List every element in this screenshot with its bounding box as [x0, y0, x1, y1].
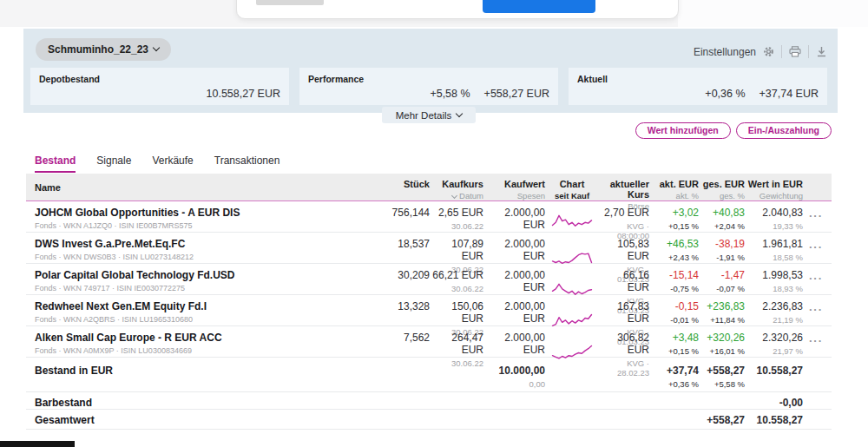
depot-header: Schmuminho_22_23 Einstellungen Depotbest…: [23, 29, 838, 113]
aktuell-values: +0,36 %+37,74 EUR: [705, 88, 819, 100]
tab-signale[interactable]: Signale: [96, 154, 131, 173]
fund-meta: Fonds · WKN A1JZQ0 · ISIN IE00B7MRS575: [35, 221, 330, 230]
barbestand-label: Barbestand: [35, 392, 330, 409]
depotbestand-value: 10.558,27 EUR: [207, 88, 280, 100]
current-price-cell: 306,82 EURKVG · 28.02.23: [599, 326, 649, 378]
table-body: JOHCM Global Opportunities - A EUR DIS F…: [26, 201, 832, 358]
fund-name-link[interactable]: DWS Invest G.a.Pre.Met.Eq.FC: [35, 238, 330, 250]
chevron-down-icon: [456, 109, 463, 116]
gesamtwert-ges-eur: +558,27: [699, 410, 745, 429]
gear-icon[interactable]: [763, 46, 774, 57]
fund-name-link[interactable]: Polar Capital Global Technology Fd.USD: [35, 269, 330, 281]
tab-bestand[interactable]: Bestand: [35, 154, 76, 173]
deposit-withdraw-button[interactable]: Ein-/Auszahlung: [736, 122, 832, 139]
holdings-table: Name Stück Kaufkurs Datum Kaufwert Spese…: [26, 174, 832, 430]
fund-name-link[interactable]: Redwheel Next Gen.EM Equity Fd.I: [35, 300, 330, 312]
more-details-button[interactable]: Mehr Details: [382, 107, 476, 123]
sort-chevron-icon: [451, 193, 457, 199]
qty-cell: 7,562: [330, 326, 430, 378]
header-toolbar: Einstellungen: [694, 45, 827, 58]
card-label: Performance: [308, 74, 364, 84]
dialog-text-cutoff: [256, 0, 324, 5]
aktuell-percent: +0,36 %: [705, 88, 745, 100]
row-menu-icon[interactable]: ···: [803, 326, 823, 378]
bestand-kaufwert: 10.000,00 0,00: [483, 358, 545, 391]
aktuell-value: +37,74 EUR: [760, 88, 819, 100]
depot-page: Schmuminho_22_23 Einstellungen Depotbest…: [0, 0, 868, 447]
table-row: Alken Small Cap Europe - R EUR ACC Fonds…: [26, 326, 832, 358]
fund-meta: Fonds · WKN DWS0B3 · ISIN LU0273148212: [35, 253, 330, 261]
portfolio-name: Schmuminho_22_23: [48, 43, 148, 56]
performance-value: +558,27 EUR: [484, 88, 549, 100]
fund-name-link[interactable]: Alken Small Cap Europe - R EUR ACC: [35, 332, 330, 344]
sparkline-chart[interactable]: [545, 326, 599, 378]
performance-values: +5,58 %+558,27 EUR: [430, 88, 549, 100]
barbestand-row: Barbestand -0,00: [26, 392, 832, 410]
card-label: Aktuell: [577, 74, 608, 84]
table-header-row: Name Stück Kaufkurs Datum Kaufwert Spese…: [26, 174, 832, 201]
dialog-confirm-button[interactable]: [483, 0, 595, 13]
bestand-ges-eur: +558,27 +5,58 %: [699, 358, 745, 391]
bestand-akt-eur: +37,74 +0,36 %: [649, 358, 699, 391]
table-row: Polar Capital Global Technology Fd.USD F…: [26, 264, 832, 295]
divider: [808, 45, 809, 58]
tab-transaktionen[interactable]: Transaktionen: [214, 154, 280, 173]
card-aktuell: Aktuell +0,36 %+37,74 EUR: [569, 68, 827, 105]
top-strip: [0, 0, 868, 27]
tab-verkaeufe[interactable]: Verkäufe: [152, 154, 193, 173]
add-value-button[interactable]: Wert hinzufügen: [635, 122, 731, 139]
table-row: Redwheel Next Gen.EM Equity Fd.I Fonds ·…: [26, 295, 832, 326]
strip-right-area: [678, 0, 868, 27]
more-details-label: Mehr Details: [396, 110, 452, 121]
chevron-down-icon: [153, 44, 160, 51]
bestand-wert: 10.558,27: [745, 358, 803, 391]
barbestand-value: -0,00: [745, 392, 803, 409]
gesamtwert-label: Gesamtwert: [35, 410, 330, 429]
fund-meta: Fonds · WKN A0MX9P · ISIN LU0300834669: [35, 346, 330, 355]
card-performance: Performance +5,58 %+558,27 EUR: [299, 68, 558, 105]
settings-label: Einstellungen: [694, 46, 756, 58]
download-icon[interactable]: [816, 46, 827, 57]
action-buttons: Wert hinzufügen Ein-/Auszahlung: [635, 122, 832, 139]
performance-percent: +5,58 %: [430, 88, 470, 100]
gesamtwert-row: Gesamtwert +558,27 10.558,27: [26, 410, 832, 430]
table-row: DWS Invest G.a.Pre.Met.Eq.FC Fonds · WKN…: [26, 233, 832, 264]
card-label: Depotbestand: [39, 74, 100, 84]
tab-bar: Bestand Signale Verkäufe Transaktionen: [35, 154, 279, 173]
card-depotbestand: Depotbestand 10.558,27 EUR: [30, 68, 289, 105]
fund-meta: Fonds · WKN A2QBRS · ISIN LU1965310680: [35, 315, 330, 324]
bestand-total-label: Bestand in EUR: [35, 358, 330, 391]
table-row: JOHCM Global Opportunities - A EUR DIS F…: [26, 201, 832, 233]
cutoff-dialog: [236, 0, 679, 19]
print-icon[interactable]: [789, 46, 801, 57]
fund-meta: Fonds · WKN 749717 · ISIN IE0030772275: [35, 284, 330, 293]
divider: [781, 45, 782, 58]
fund-name-link[interactable]: JOHCM Global Opportunities - A EUR DIS: [35, 207, 330, 219]
buy-price-cell: 264,47 EUR30.06.22: [430, 326, 483, 378]
footer-bar: [0, 441, 75, 447]
portfolio-selector[interactable]: Schmuminho_22_23: [36, 38, 171, 61]
gesamtwert-value: 10.558,27: [745, 410, 803, 429]
